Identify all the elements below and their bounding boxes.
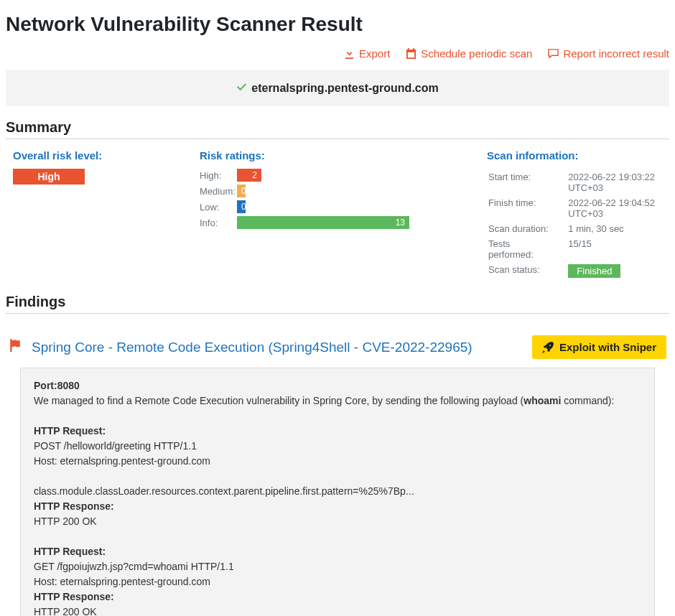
- scan-tests-value: 15/15: [568, 237, 675, 261]
- scan-tests-row: Tests performed: 15/15: [488, 237, 675, 261]
- scan-start-label: Start time:: [488, 170, 567, 195]
- req2-line1: GET /fgpoiujwzh.jsp?cmd=whoami HTTP/1.1: [34, 559, 641, 574]
- finding-header: Spring Core - Remote Code Execution (Spr…: [6, 335, 669, 359]
- scan-finish-value: 2022-06-22 19:04:52 UTC+03: [568, 196, 675, 220]
- req1-body: class.module.classLoader.resources.conte…: [34, 484, 641, 499]
- rating-medium-bar: 0: [237, 185, 246, 197]
- rating-high-row: High: 2: [200, 169, 472, 182]
- scan-status-label: Scan status:: [488, 263, 567, 279]
- scan-duration-value: 1 min, 30 sec: [568, 222, 675, 235]
- top-actions: Export Schedule periodic scan Report inc…: [6, 47, 669, 60]
- scan-start-row: Start time: 2022-06-22 19:03:22 UTC+03: [488, 170, 675, 195]
- rocket-icon: [542, 342, 554, 353]
- desc-cmd: whoami: [523, 395, 561, 406]
- rating-info-label: Info:: [200, 218, 237, 228]
- http-request-label-1: HTTP Request:: [34, 424, 641, 439]
- rating-info-row: Info: 13: [200, 216, 472, 229]
- overall-risk-badge: High: [13, 169, 85, 185]
- resp1: HTTP 200 OK: [34, 514, 641, 529]
- risk-ratings-section: Risk ratings: High: 2 Medium: 0 Low: 0 I…: [200, 149, 472, 281]
- scan-start-value: 2022-06-22 19:03:22 UTC+03: [568, 170, 675, 195]
- flag-icon: [9, 339, 22, 355]
- overall-risk-section: Overall risk level: High: [13, 149, 185, 281]
- page-title: Network Vulnerability Scanner Result: [6, 13, 669, 36]
- scan-info-section: Scan information: Start time: 2022-06-22…: [487, 149, 675, 281]
- req1-line1: POST /helloworld/greeting HTTP/1.1: [34, 439, 641, 454]
- scan-status-badge: Finished: [568, 264, 620, 278]
- desc-post: command):: [561, 395, 614, 406]
- download-icon: [344, 48, 355, 59]
- exploit-button[interactable]: Exploit with Sniper: [532, 335, 666, 359]
- port-label: Port:: [34, 380, 57, 391]
- rating-medium-row: Medium: 0: [200, 185, 472, 197]
- rating-info-bar: 13: [237, 216, 409, 229]
- finding-title-link[interactable]: Spring Core - Remote Code Execution (Spr…: [32, 340, 532, 355]
- scan-finish-row: Finish time: 2022-06-22 19:04:52 UTC+03: [488, 196, 675, 220]
- rating-medium-label: Medium:: [200, 186, 237, 197]
- exploit-button-label: Exploit with Sniper: [559, 341, 656, 353]
- export-link[interactable]: Export: [344, 47, 390, 60]
- scan-finish-label: Finish time:: [488, 196, 567, 220]
- finding-body: Port:8080 We managed to find a Remote Co…: [20, 368, 655, 616]
- scan-tests-label: Tests performed:: [488, 237, 567, 261]
- summary-grid: Overall risk level: High Risk ratings: H…: [6, 149, 669, 281]
- desc-pre: We managed to find a Remote Code Executi…: [34, 395, 523, 406]
- scan-duration-row: Scan duration: 1 min, 30 sec: [488, 222, 675, 235]
- scan-info-label: Scan information:: [487, 149, 675, 162]
- req2-line2: Host: eternalspring.pentest-ground.com: [34, 574, 641, 589]
- req1-line2: Host: eternalspring.pentest-ground.com: [34, 454, 641, 469]
- target-host: eternalspring.pentest-ground.com: [251, 82, 438, 95]
- rating-low-bar: 0: [237, 200, 246, 213]
- scan-info-table: Start time: 2022-06-22 19:03:22 UTC+03 F…: [487, 169, 675, 281]
- http-response-label-2: HTTP Response:: [34, 589, 641, 605]
- target-bar: eternalspring.pentest-ground.com: [6, 70, 669, 106]
- risk-ratings-label: Risk ratings:: [200, 149, 472, 162]
- comment-icon: [548, 48, 559, 59]
- rating-low-label: Low:: [200, 202, 237, 213]
- report-label: Report incorrect result: [563, 47, 669, 60]
- check-icon: [236, 81, 247, 95]
- http-response-label-1: HTTP Response:: [34, 499, 641, 514]
- scan-duration-label: Scan duration:: [488, 222, 567, 235]
- rating-high-bar: 2: [237, 169, 261, 182]
- export-label: Export: [359, 47, 390, 60]
- port-value: 8080: [57, 380, 80, 391]
- rating-low-row: Low: 0: [200, 200, 472, 213]
- findings-heading: Findings: [6, 294, 669, 314]
- schedule-link[interactable]: Schedule periodic scan: [406, 47, 532, 60]
- resp2: HTTP 200 OK: [34, 605, 641, 616]
- overall-risk-label: Overall risk level:: [13, 149, 185, 162]
- rating-high-label: High:: [200, 170, 237, 181]
- summary-heading: Summary: [6, 119, 669, 139]
- calendar-icon: [406, 48, 416, 59]
- report-link[interactable]: Report incorrect result: [548, 47, 669, 60]
- http-request-label-2: HTTP Request:: [34, 544, 641, 559]
- schedule-label: Schedule periodic scan: [421, 47, 532, 60]
- scan-status-row: Scan status: Finished: [488, 263, 675, 279]
